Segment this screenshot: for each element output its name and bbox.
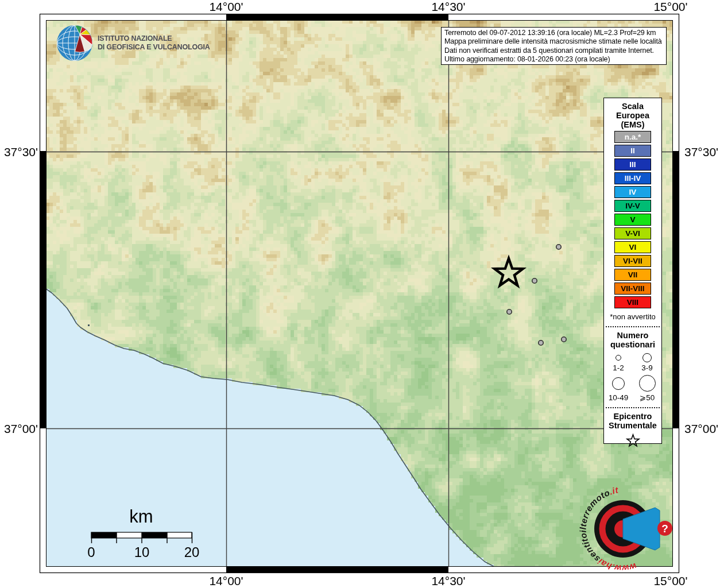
ingv-logo-icon [57,17,98,61]
frame-band-right [673,151,679,428]
earthquake-info-box: Terremoto del 09-07-2012 13:39:16 (ora l… [441,27,667,65]
locality-marker [562,337,566,342]
frame-outer [40,14,679,573]
info-line-data: Dati non verificati estratti da 5 questi… [444,47,666,55]
frame-band-top [226,14,448,20]
ingv-name-line2: DI GEOFISICA E VULCANOLOGIA [98,43,210,52]
ems-swatch-vii-viii: VII-VIII [614,283,651,295]
size-label-50plus: ⩾50 [640,393,655,402]
axis-label-top-14-00: 14°00' [209,0,243,14]
ems-swatch-v-vi: V-VI [614,227,651,239]
scale-label-0: 0 [87,544,95,560]
legend-title-line2: Europea [604,111,661,120]
locality-marker [507,310,512,314]
scale-bar-seg1 [91,532,117,538]
info-line-event: Terremoto del 09-07-2012 13:39:16 (ora l… [444,29,666,37]
legend-title-line1: Scala [604,102,661,111]
ingv-wordmark: ISTITUTO NAZIONALE DI GEOFISICA E VULCAN… [98,34,210,52]
axis-label-bottom-15-00: 15°00' [653,574,687,588]
axis-label-top-15-00: 15°00' [653,0,687,14]
ems-swatch-vi-vii: VI-VII [614,255,651,267]
legend-title-line3: (EMS) [604,120,661,129]
questionnaire-title: Numero questionari [604,331,661,349]
epicenter-title-line2: Strumentale [604,421,661,430]
axis-label-top-14-30: 14°30' [431,0,465,14]
axis-label-left-37-30: 37°30' [4,145,38,159]
frame-inner [47,21,673,567]
legend-title: Scala Europea (EMS) [604,102,661,129]
frame-band-left [40,151,46,428]
ems-swatch-na: n.a.* [614,131,651,143]
questionnaire-size-key: 1-2 3-9 10-49 ⩾50 [604,353,661,402]
epicenter-title-line1: Epicentro [604,412,661,421]
ems-swatch-vii: VII [614,269,651,281]
map-markers [494,245,566,345]
scale-label-10: 10 [134,544,150,560]
scale-bar-unit: km [129,506,153,527]
ems-swatch-iii: III [614,158,651,171]
legend-footnote: *non avvertito [604,312,661,321]
ems-swatch-iii-iv: III-IV [614,172,651,184]
size-label-1-2: 1-2 [613,363,624,372]
graticule [46,20,673,567]
legend-separator [606,407,660,408]
ems-swatch-viii: VIII [614,296,651,308]
epicenter-star-marker [494,258,522,285]
scale-bar [91,532,192,543]
scale-label-20: 20 [184,544,200,560]
size-circle-10-49 [612,377,625,390]
hsit-text-www: www.hai [596,556,638,574]
ems-swatch-ii: II [614,145,651,157]
ems-legend: Scala Europea (EMS) n.a.* II III III-IV … [603,98,662,444]
size-circle-50plus [639,375,656,392]
size-label-10-49: 10-49 [609,393,629,402]
axis-label-bottom-14-00: 14°00' [209,574,243,588]
questionnaire-title-line2: questionari [604,340,661,349]
axis-label-bottom-14-30: 14°30' [431,574,465,588]
locality-marker [539,341,543,345]
question-mark: ? [661,523,668,535]
ems-swatch-iv-v: IV-V [614,200,651,212]
map-frame [40,14,679,573]
size-label-3-9: 3-9 [641,363,653,372]
epicenter-star-icon [625,433,641,448]
locality-marker [532,278,537,283]
frame-band-bottom [226,567,448,572]
legend-separator [606,326,660,327]
info-line-update: Ultimo aggiornamento: 08-01-2026 00:23 (… [444,55,666,64]
axis-label-right-37-30: 37°30' [684,145,718,159]
hsit-logo: ? www.haisentitoilterremoto.it [578,485,672,574]
questionnaire-title-line1: Numero [604,331,661,340]
locality-marker [556,245,561,249]
ems-swatch-v: V [614,214,651,226]
axis-label-left-37-00: 37°00' [4,422,38,436]
info-line-map: Mappa preliminare delle intensità macros… [444,37,666,46]
ems-swatch-vi: VI [614,241,651,253]
scale-bar-seg2 [142,532,167,538]
macroseismic-map-page: ? www.haisentitoilterremoto.it 14°00' 14… [0,0,720,588]
ingv-name-line1: ISTITUTO NAZIONALE [98,34,210,43]
size-circle-3-9 [642,353,652,362]
ems-swatch-iv: IV [614,186,651,198]
epicenter-title: Epicentro Strumentale [604,412,661,430]
axis-label-right-37-00: 37°00' [684,422,718,436]
size-circle-1-2 [616,355,621,361]
